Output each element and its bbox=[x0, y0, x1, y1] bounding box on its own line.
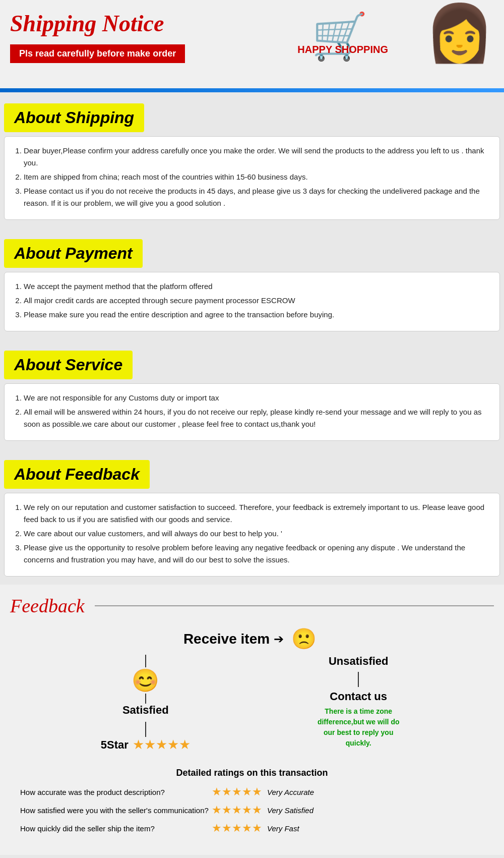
payment-header: About Payment bbox=[4, 239, 143, 268]
feedback-title-row: Feedback bbox=[10, 595, 494, 617]
branch-row: 😊 Satisfied 5Star ★★★★★ Unsatisfied Cont… bbox=[58, 655, 446, 756]
rating-label-0: Very Accurate bbox=[267, 788, 314, 796]
five-star-label: 5Star bbox=[101, 738, 129, 752]
shipping-content: Dear buyer,Please confirm your address c… bbox=[4, 136, 500, 220]
shipping-header: About Shipping bbox=[4, 103, 144, 132]
list-item: Please make sure you read the entire des… bbox=[24, 309, 489, 321]
feedback-diagram: Receive item ➔ 🙁 😊 Satisfied 5Star ★★★★★… bbox=[10, 627, 494, 840]
about-feedback-content: We rely on our reputation and customer s… bbox=[4, 493, 500, 577]
arrow-icon: ➔ bbox=[274, 632, 284, 646]
list-item: All major credit cards are accepted thro… bbox=[24, 295, 489, 307]
feedback-divider-line bbox=[95, 605, 494, 606]
rating-row-1: How satisfied were you with the seller's… bbox=[10, 804, 494, 817]
satisfied-branch: 😊 Satisfied 5Star ★★★★★ bbox=[58, 655, 233, 756]
satisfied-line-mid bbox=[145, 694, 146, 704]
header-left: Shipping Notice Pls read carefully befor… bbox=[10, 5, 185, 63]
service-content: We are not responsible for any Customs d… bbox=[4, 383, 500, 441]
header-section: Shipping Notice Pls read carefully befor… bbox=[0, 0, 504, 88]
list-item: Please give us the opportunity to resolv… bbox=[24, 542, 489, 566]
unsatisfied-label: Unsatisfied bbox=[329, 655, 389, 668]
about-feedback-title: About Feedback bbox=[14, 465, 140, 483]
satisfied-line-top bbox=[145, 655, 146, 667]
service-header: About Service bbox=[4, 351, 133, 379]
header-subtitle: Pls read carefully before make order bbox=[10, 44, 185, 63]
payment-content: We accept the payment method that the pl… bbox=[4, 272, 500, 331]
about-feedback-list: We rely on our reputation and customer s… bbox=[15, 501, 489, 566]
feedback-section: Feedback Receive item ➔ 🙁 😊 Satisfied 5S… bbox=[0, 585, 504, 855]
receive-item-label: Receive item bbox=[183, 631, 270, 647]
satisfied-emoji: 😊 bbox=[132, 667, 159, 694]
ratings-title: Detailed ratings on this transaction bbox=[10, 768, 494, 778]
list-item: Item are shipped from china; reach most … bbox=[24, 171, 489, 183]
payment-title: About Payment bbox=[14, 244, 133, 262]
contact-note: There is a time zone difference,but we w… bbox=[313, 706, 404, 749]
service-section: About Service We are not responsible for… bbox=[0, 339, 504, 449]
happy-shopping-label: HAPPY SHOPPING bbox=[297, 44, 388, 55]
rating-stars-0: ★★★★★ bbox=[212, 785, 262, 798]
list-item: We accept the payment method that the pl… bbox=[24, 280, 489, 293]
five-star-icons: ★★★★★ bbox=[133, 737, 191, 753]
payment-section: About Payment We accept the payment meth… bbox=[0, 228, 504, 339]
list-item: We rely on our reputation and customer s… bbox=[24, 501, 489, 526]
list-item: Dear buyer,Please confirm your address c… bbox=[24, 145, 489, 169]
rating-question-0: How accurate was the product description… bbox=[20, 788, 212, 796]
ratings-section: Detailed ratings on this transaction How… bbox=[10, 768, 494, 840]
unsatisfied-emoji-top: 🙁 bbox=[291, 627, 317, 651]
receive-item-row: Receive item ➔ 🙁 bbox=[183, 627, 321, 651]
service-title: About Service bbox=[14, 356, 122, 374]
feedback-title: Feedback bbox=[10, 595, 85, 617]
about-feedback-header: About Feedback bbox=[4, 460, 150, 489]
service-list: We are not responsible for any Customs d… bbox=[15, 392, 489, 430]
shopping-figure: 👩 bbox=[425, 5, 494, 61]
five-star-row: 5Star ★★★★★ bbox=[101, 737, 191, 753]
page-title: Shipping Notice bbox=[10, 10, 185, 37]
unsatisfied-branch: Unsatisfied Contact us There is a time z… bbox=[271, 655, 446, 749]
rating-stars-2: ★★★★★ bbox=[212, 822, 262, 835]
shipping-title: About Shipping bbox=[14, 108, 134, 127]
satisfied-line-bot bbox=[145, 722, 146, 737]
header-right: 🛒 HAPPY SHOPPING 👩 bbox=[185, 5, 494, 63]
contact-us-label: Contact us bbox=[330, 690, 387, 703]
list-item: Please contact us if you do not receive … bbox=[24, 185, 489, 209]
rating-question-2: How quickly did the seller ship the item… bbox=[20, 824, 212, 833]
rating-label-1: Very Satisfied bbox=[267, 806, 313, 815]
rating-stars-1: ★★★★★ bbox=[212, 804, 262, 817]
list-item: We care about our value customers, and w… bbox=[24, 528, 489, 540]
list-item: All email will be answered within 24 hou… bbox=[24, 406, 489, 430]
about-feedback-section: About Feedback We rely on our reputation… bbox=[0, 449, 504, 585]
blue-divider bbox=[0, 88, 504, 92]
payment-list: We accept the payment method that the pl… bbox=[15, 280, 489, 321]
rating-label-2: Very Fast bbox=[267, 824, 299, 833]
list-item: We are not responsible for any Customs d… bbox=[24, 392, 489, 404]
rating-row-0: How accurate was the product description… bbox=[10, 785, 494, 798]
unsatisfied-line bbox=[358, 672, 359, 687]
rating-row-2: How quickly did the seller ship the item… bbox=[10, 822, 494, 835]
satisfied-label: Satisfied bbox=[122, 704, 169, 717]
shipping-section: About Shipping Dear buyer,Please confirm… bbox=[0, 92, 504, 228]
shipping-list: Dear buyer,Please confirm your address c… bbox=[15, 145, 489, 209]
rating-question-1: How satisfied were you with the seller's… bbox=[20, 806, 212, 815]
